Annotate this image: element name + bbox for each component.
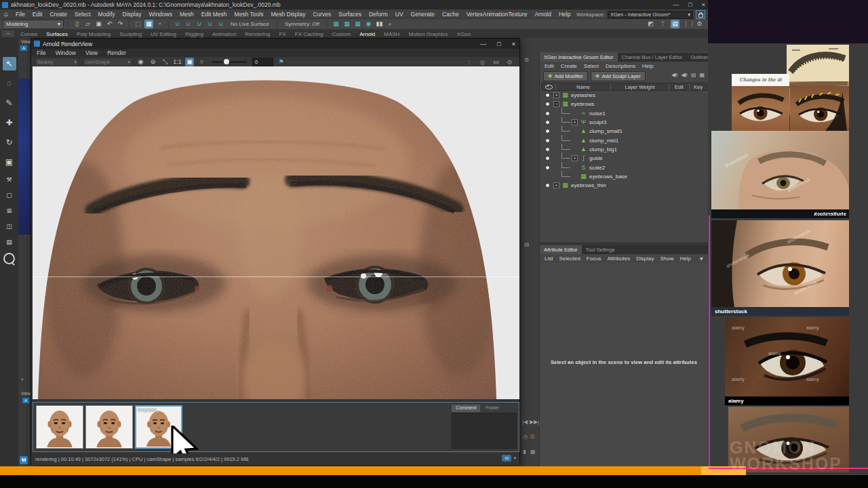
- id-badge[interactable]: ID: [502, 455, 511, 462]
- layout-four-pane-icon[interactable]: ⊞: [3, 206, 16, 216]
- scale-tool-icon[interactable]: ▣: [3, 155, 16, 169]
- groom-menu-descriptions[interactable]: Descriptions: [606, 63, 635, 69]
- layout-split-pane-icon[interactable]: ◫: [3, 222, 16, 231]
- tree-row-eyebrows_thin[interactable]: +▦eyebrows_thin: [541, 181, 707, 190]
- rv-minimize-button[interactable]: —: [480, 41, 486, 47]
- close-button[interactable]: ×: [702, 1, 705, 8]
- menu-arnold[interactable]: Arnold: [534, 11, 551, 18]
- snap-projected-icon[interactable]: ∪: [205, 20, 214, 28]
- menu-edit-mesh[interactable]: Edit Mesh: [201, 11, 227, 18]
- stop-render-icon[interactable]: ⊖: [149, 58, 157, 66]
- shelf-collapse-button[interactable]: –: [2, 30, 14, 37]
- maya-m-icon[interactable]: M: [20, 456, 28, 464]
- menu-file[interactable]: File: [16, 11, 25, 18]
- tab-xgen-groom-editor[interactable]: XGen Interactive Groom Editor: [540, 53, 618, 62]
- humanik-icon[interactable]: ᛉ: [658, 20, 667, 28]
- zoom-tool-icon[interactable]: [3, 253, 15, 264]
- snapshot-thumbnail-3[interactable]: Snapshot_: [135, 405, 182, 449]
- shelf-tab-rigging[interactable]: Rigging: [185, 31, 203, 37]
- pause-icon[interactable]: ▮▮: [375, 20, 384, 28]
- groom-menu-help[interactable]: Help: [642, 63, 653, 69]
- shelf-tab-fx[interactable]: FX: [279, 31, 286, 37]
- menu-modify[interactable]: Modify: [98, 11, 115, 18]
- attribute-editor-toggle-icon[interactable]: ▤: [671, 20, 679, 28]
- rv-menu-window[interactable]: Window: [56, 49, 76, 56]
- shelf-tab-xgen[interactable]: XGen: [457, 31, 471, 37]
- fast-forward-icon[interactable]: ▶▶|: [530, 419, 539, 425]
- minimize-button[interactable]: —: [673, 1, 679, 8]
- menu-curves[interactable]: Curves: [313, 11, 331, 18]
- menu-edit[interactable]: Edit: [33, 11, 43, 18]
- select-component-icon[interactable]: ▫: [155, 20, 164, 28]
- expand-toggle[interactable]: +: [572, 155, 578, 161]
- visibility-toggle[interactable]: [541, 120, 553, 125]
- tab-tool-settings[interactable]: Tool Settings: [582, 245, 619, 254]
- tree-row-eyelashes[interactable]: +▦eyelashes: [541, 91, 707, 100]
- select-tool-icon[interactable]: ↖: [3, 57, 16, 70]
- workspace-select[interactable]: XGen - Interactive Groom* ▾: [608, 11, 693, 19]
- render-settings-icon[interactable]: ▦: [353, 20, 362, 28]
- shelf-tab-poly-modeling[interactable]: Poly Modeling: [77, 31, 111, 37]
- layout-single-pane-icon[interactable]: ▢: [3, 190, 16, 200]
- folder-tab[interactable]: Folder: [481, 405, 503, 412]
- menu-windows[interactable]: Windows: [149, 11, 172, 18]
- snap-point-icon[interactable]: ∪: [195, 20, 203, 28]
- menu-surfaces[interactable]: Surfaces: [338, 11, 361, 18]
- new-folder-icon[interactable]: ▤: [691, 72, 696, 78]
- maximize-button[interactable]: □: [688, 1, 692, 8]
- debug-shading-icon[interactable]: ⚑: [277, 58, 285, 66]
- delete-layer-icon[interactable]: ▦: [699, 72, 705, 78]
- hypershade-icon[interactable]: ◉: [364, 20, 373, 28]
- symmetry-field[interactable]: Symmetry: Off: [281, 20, 323, 28]
- undo-icon[interactable]: ↶: [105, 20, 114, 28]
- rotate-tool-icon[interactable]: ↻: [3, 136, 16, 149]
- shelf-tab-motion-graphics[interactable]: Motion Graphics: [408, 31, 448, 37]
- rv-menu-file[interactable]: File: [37, 49, 46, 56]
- visibility-toggle[interactable]: [541, 165, 553, 170]
- shelf-tab-uv-editing[interactable]: UV Editing: [151, 31, 176, 37]
- exposure-slider[interactable]: [212, 61, 247, 63]
- comment-tab[interactable]: Comment: [452, 405, 480, 412]
- lasso-tool-icon[interactable]: ◌: [3, 77, 16, 90]
- menu-mesh[interactable]: Mesh: [180, 11, 194, 18]
- start-ipr-icon[interactable]: ◉: [136, 58, 145, 66]
- camera-select[interactable]: camShape▾: [83, 58, 133, 66]
- menu-select[interactable]: Select: [75, 11, 91, 18]
- last-tool-icon[interactable]: ⚒: [3, 175, 16, 184]
- expand-toggle[interactable]: −: [553, 101, 559, 107]
- visibility-toggle[interactable]: [541, 156, 553, 161]
- render-icon[interactable]: ▦: [332, 20, 340, 28]
- video-progress-bar[interactable]: [0, 466, 746, 475]
- visibility-toggle[interactable]: [541, 102, 553, 106]
- shelf-tab-surfaces[interactable]: Surfaces: [46, 31, 68, 37]
- expand-toggle[interactable]: +: [553, 92, 559, 98]
- visibility-toggle[interactable]: [541, 111, 553, 116]
- visibility-toggle[interactable]: [541, 138, 553, 143]
- visibility-toggle[interactable]: [541, 147, 553, 152]
- save-scene-icon[interactable]: ▣: [94, 20, 103, 28]
- groom-menu-edit[interactable]: Edit: [545, 63, 554, 69]
- rv-menu-view[interactable]: View: [85, 49, 98, 56]
- redo-icon[interactable]: ↷: [116, 20, 125, 28]
- menu-deform[interactable]: Deform: [369, 11, 388, 18]
- paint-select-tool-icon[interactable]: ✎: [3, 96, 16, 110]
- anim-clock-icon[interactable]: ◷: [523, 434, 528, 440]
- shelf-tab-rendering[interactable]: Rendering: [245, 31, 271, 37]
- add-modifier-button[interactable]: ✚ Add Modifier: [543, 71, 588, 81]
- menu-generate[interactable]: Generate: [411, 11, 435, 18]
- ae-menu-attributes[interactable]: Attributes: [607, 256, 630, 262]
- expand-toggle[interactable]: +: [572, 119, 578, 125]
- ae-menu-display[interactable]: Display: [636, 256, 654, 262]
- new-scene-icon[interactable]: ▯: [73, 20, 81, 28]
- tab-attribute-editor[interactable]: Attribute Editor: [540, 245, 582, 254]
- rv-menu-render[interactable]: Render: [107, 49, 126, 56]
- rv-close-button[interactable]: ×: [512, 41, 515, 47]
- collapse-all-icon[interactable]: ◀‖: [671, 72, 677, 78]
- visibility-toggle[interactable]: [541, 93, 553, 98]
- chevron-down-icon[interactable]: ▾: [513, 455, 516, 461]
- render-viewport[interactable]: [33, 66, 519, 399]
- menu-mesh-tools[interactable]: Mesh Tools: [235, 11, 264, 18]
- snapshot-thumbnail-1[interactable]: [36, 405, 83, 449]
- exposure-value-field[interactable]: 0: [252, 58, 273, 66]
- shelf-tab-curves[interactable]: Curves: [20, 31, 37, 37]
